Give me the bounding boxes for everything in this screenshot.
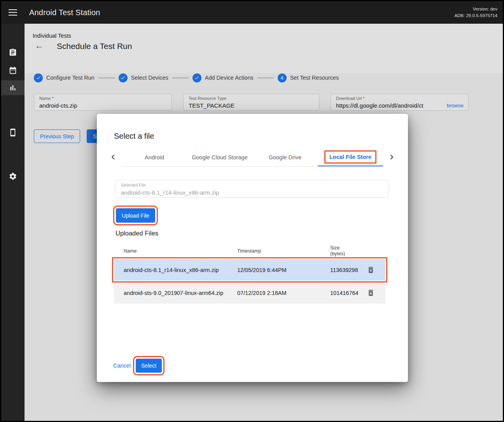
tab-label: Local File Store bbox=[329, 154, 371, 160]
selected-file-value: android-cts-8.1_r14-linux_x86-arm.zip bbox=[121, 189, 219, 196]
selected-file-field[interactable]: Selected File android-cts-8.1_r14-linux_… bbox=[116, 180, 388, 198]
cancel-button[interactable]: Cancel bbox=[113, 363, 131, 369]
size-cell: 101416764 bbox=[330, 290, 363, 296]
table-row-selected[interactable]: android-cts-8.1_r14-linux_x86-arm.zip 12… bbox=[114, 259, 385, 281]
file-name-cell: android-cts-8.1_r14-linux_x86-arm.zip bbox=[114, 267, 237, 273]
trash-icon bbox=[367, 289, 375, 297]
size-header-line1: Size bbox=[330, 245, 363, 251]
app-window: Android Test Station Version: dev ADB: 2… bbox=[0, 0, 504, 422]
tab-google-cloud-storage[interactable]: Google Cloud Storage bbox=[187, 148, 252, 166]
select-file-dialog: Select a file ‹ Android Google Cloud Sto… bbox=[97, 114, 408, 382]
file-source-tabs: ‹ Android Google Cloud Storage Google Dr… bbox=[105, 148, 400, 167]
file-name-cell: android-sts-9.0_201907-linux-arm64.zip bbox=[114, 290, 237, 296]
size-cell: 113639298 bbox=[330, 267, 363, 273]
delete-file-button[interactable] bbox=[363, 262, 378, 278]
dialog-title: Select a file bbox=[114, 132, 154, 141]
upload-file-button[interactable]: Upload File bbox=[116, 208, 155, 223]
column-header-size: Size (bytes) bbox=[330, 245, 363, 257]
tabs-strip: Android Google Cloud Storage Google Driv… bbox=[122, 148, 383, 167]
table-row[interactable]: android-sts-9.0_201907-linux-arm64.zip 0… bbox=[114, 282, 385, 303]
delete-file-button[interactable] bbox=[363, 285, 378, 301]
uploaded-files-table: Name Timestamp Size (bytes) android-cts-… bbox=[114, 243, 385, 303]
tab-label: Android bbox=[145, 154, 164, 160]
trash-icon bbox=[367, 266, 375, 274]
column-header-name: Name bbox=[114, 248, 237, 254]
table-header-row: Name Timestamp Size (bytes) bbox=[114, 243, 385, 259]
tab-google-drive[interactable]: Google Drive bbox=[252, 148, 318, 166]
chevron-right-icon[interactable]: › bbox=[383, 148, 400, 167]
tab-label: Google Cloud Storage bbox=[192, 154, 248, 160]
chevron-left-icon[interactable]: ‹ bbox=[105, 148, 122, 167]
uploaded-files-heading: Uploaded Files bbox=[116, 230, 158, 237]
size-header-line2: (bytes) bbox=[330, 251, 363, 257]
column-header-timestamp: Timestamp bbox=[237, 248, 330, 254]
highlight-annotation: Local File Store bbox=[324, 150, 376, 164]
timestamp-cell: 12/05/2019 6:44PM bbox=[237, 267, 330, 273]
tab-local-file-store[interactable]: Local File Store bbox=[318, 148, 383, 166]
tab-android[interactable]: Android bbox=[122, 148, 187, 166]
select-button[interactable]: Select bbox=[136, 359, 162, 373]
tab-label: Google Drive bbox=[269, 154, 302, 160]
timestamp-cell: 07/12/2019 2:18AM bbox=[237, 290, 330, 296]
selected-file-label: Selected File bbox=[121, 183, 146, 187]
